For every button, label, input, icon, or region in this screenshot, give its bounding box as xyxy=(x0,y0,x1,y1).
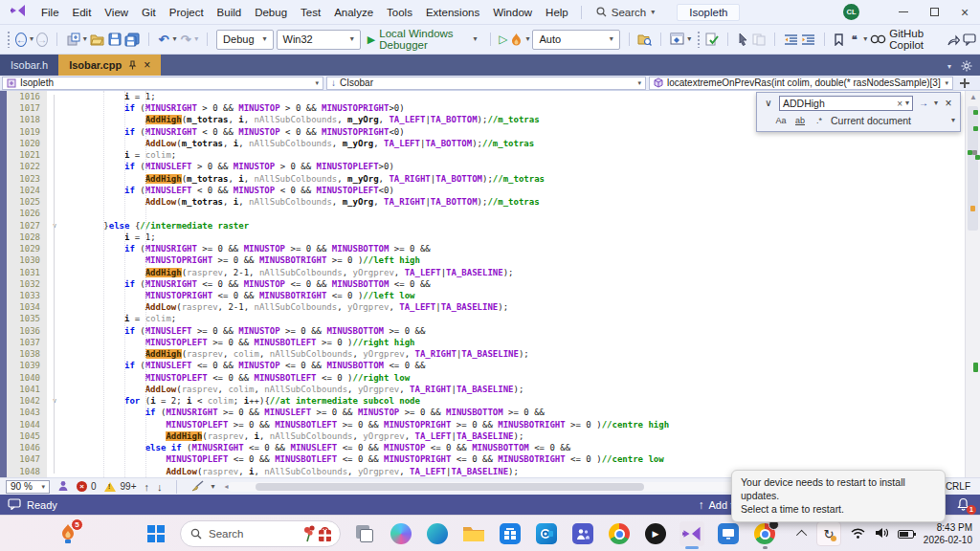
comment-icon[interactable]: ❝ xyxy=(848,32,860,48)
breakpoint-margin[interactable] xyxy=(0,395,7,407)
fold-chevron-icon[interactable]: ∨ xyxy=(47,395,62,407)
teams-icon[interactable] xyxy=(570,521,595,546)
breakpoint-margin[interactable] xyxy=(0,384,7,395)
breakpoint-margin[interactable] xyxy=(0,138,7,149)
breakpoint-margin[interactable] xyxy=(0,419,7,430)
clear-search-icon[interactable]: × xyxy=(897,99,902,109)
breakpoint-margin[interactable] xyxy=(0,254,7,266)
member-dropdown[interactable]: locatextremeOnPrevRas(int colim, double(… xyxy=(649,77,953,90)
breakpoint-margin[interactable] xyxy=(0,466,7,477)
redo-dropdown[interactable]: ▾ xyxy=(194,35,198,43)
breakpoint-margin[interactable] xyxy=(0,453,7,465)
menu-file[interactable]: File xyxy=(34,0,66,25)
vertical-scrollbar[interactable]: ▲ xyxy=(965,91,980,477)
format-document-icon[interactable] xyxy=(752,32,766,48)
chrome-icon[interactable] xyxy=(607,521,632,546)
breakpoint-margin[interactable] xyxy=(0,91,7,102)
fold-chevron-icon[interactable]: ∨ xyxy=(47,220,62,231)
hot-reload-dropdown[interactable]: ▾ xyxy=(525,35,529,43)
seasonal-doodle-icon[interactable] xyxy=(301,524,334,543)
edge-icon[interactable] xyxy=(425,521,450,546)
undo-dropdown[interactable]: ▾ xyxy=(172,35,176,43)
menu-test[interactable]: Test xyxy=(294,0,327,25)
redo-icon[interactable]: ↷ xyxy=(179,32,191,48)
feedback-bubble-icon[interactable] xyxy=(8,498,21,512)
restore-button[interactable] xyxy=(919,0,949,25)
navigate-backward-icon[interactable]: ← xyxy=(15,33,27,47)
breakpoint-margin[interactable] xyxy=(0,220,7,231)
line-ending-indicator[interactable]: CRLF xyxy=(946,481,970,492)
breakpoint-margin[interactable] xyxy=(0,325,7,337)
breakpoint-margin[interactable] xyxy=(0,149,7,161)
media-player-icon[interactable]: ▶ xyxy=(643,521,668,546)
close-tab-icon[interactable]: × xyxy=(144,59,150,71)
split-window-handle[interactable] xyxy=(958,77,971,90)
close-find-icon[interactable]: × xyxy=(942,97,955,110)
github-copilot-label[interactable]: GitHub Copilot xyxy=(889,28,944,51)
solution-explorer-dropdown[interactable]: ▾ xyxy=(687,35,691,43)
solution-platform-dropdown[interactable]: Win32▾ xyxy=(277,30,361,50)
code-analysis-icon[interactable] xyxy=(705,32,719,48)
tab-isobar-cpp[interactable]: Isobar.cpp× xyxy=(58,55,161,76)
menu-edit[interactable]: Edit xyxy=(66,0,99,25)
menu-extensions[interactable]: Extensions xyxy=(419,0,486,25)
menu-analyze[interactable]: Analyze xyxy=(327,0,380,25)
hot-reload-icon[interactable] xyxy=(511,32,523,48)
find-next-dropdown[interactable]: ▾ xyxy=(934,99,938,107)
toolbar-grip[interactable] xyxy=(697,31,700,48)
code-cleanup-broom-icon[interactable] xyxy=(190,480,204,494)
zoom-dropdown[interactable]: 90 % ▾ xyxy=(6,480,50,494)
windows-update-tray-icon[interactable]: ↻ xyxy=(816,521,841,546)
start-without-debugging-icon[interactable]: ▷ xyxy=(499,33,507,46)
breakpoint-margin[interactable] xyxy=(0,208,7,219)
outlook-icon[interactable] xyxy=(534,521,559,546)
regex-toggle[interactable]: .* xyxy=(812,114,827,127)
breakpoint-margin[interactable] xyxy=(0,430,7,442)
start-button[interactable] xyxy=(144,521,168,546)
find-in-files-icon[interactable] xyxy=(637,32,652,48)
breakpoint-margin[interactable] xyxy=(0,301,7,313)
horizontal-scrollbar-thumb[interactable] xyxy=(256,483,645,491)
breakpoint-margin[interactable] xyxy=(0,290,7,301)
tray-overflow-chevron-icon[interactable] xyxy=(796,530,807,540)
minimize-button[interactable] xyxy=(888,0,919,25)
github-copilot-icon[interactable] xyxy=(870,32,886,48)
find-expand-chevron-icon[interactable]: ∨ xyxy=(762,97,775,110)
breakpoint-margin[interactable] xyxy=(0,360,7,371)
menu-view[interactable]: View xyxy=(98,0,135,25)
menu-help[interactable]: Help xyxy=(539,0,575,25)
breakpoint-margin[interactable] xyxy=(0,173,7,185)
project-dropdown[interactable]: Isopleth ▾ xyxy=(2,77,323,90)
remote-desktop-icon[interactable] xyxy=(716,521,741,546)
tab-isobar-h[interactable]: Isobar.h xyxy=(0,55,58,76)
visual-studio-taskbar-icon[interactable] xyxy=(679,521,704,546)
undo-icon[interactable]: ↶ xyxy=(158,32,170,48)
feedback-icon[interactable] xyxy=(963,32,976,48)
code-cleanup-dropdown[interactable]: ▾ xyxy=(212,483,215,491)
breakpoint-margin[interactable] xyxy=(0,267,7,278)
class-dropdown[interactable]: ↓ CIsobar ▾ xyxy=(326,77,646,90)
pin-icon[interactable] xyxy=(128,60,137,70)
chrome-profile-icon[interactable] xyxy=(752,521,777,546)
wifi-icon[interactable] xyxy=(851,525,865,542)
breakpoint-margin[interactable] xyxy=(0,442,7,453)
save-all-icon[interactable] xyxy=(124,32,140,48)
navigate-back-dropdown[interactable]: ▾ xyxy=(30,35,33,43)
menu-tools[interactable]: Tools xyxy=(380,0,419,25)
bookmark-icon[interactable] xyxy=(834,32,846,48)
user-avatar[interactable]: CL xyxy=(843,4,859,20)
find-input[interactable]: ADDHigh × ▾ xyxy=(779,96,913,111)
menu-build[interactable]: Build xyxy=(211,0,249,25)
breakpoint-margin[interactable] xyxy=(0,161,7,172)
warning-count[interactable]: 99+ xyxy=(104,481,137,492)
restart-notification-toast[interactable]: Your device needs to restart to install … xyxy=(731,470,946,522)
scroll-left-icon[interactable]: ◂ xyxy=(225,482,229,491)
next-issue-icon[interactable]: ↓ xyxy=(157,481,163,493)
copilot-icon[interactable] xyxy=(389,521,413,546)
breakpoint-margin[interactable] xyxy=(0,243,7,254)
share-icon[interactable] xyxy=(947,32,960,48)
find-next-icon[interactable]: → xyxy=(917,97,930,110)
taskbar-clock[interactable]: 8:43 PM 2026-02-10 xyxy=(924,521,972,546)
previous-issue-icon[interactable]: ↑ xyxy=(145,481,150,493)
breakpoint-margin[interactable] xyxy=(0,196,7,208)
